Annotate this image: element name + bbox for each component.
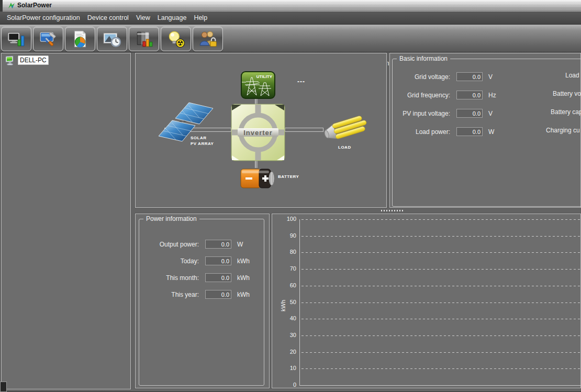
battery-voltage-label-fragment: Battery vo (553, 90, 581, 97)
y-tick-label: 20 (278, 349, 296, 355)
y-tick-label: 70 (278, 265, 296, 272)
gridline (301, 236, 580, 237)
monitor-chart-icon (7, 30, 26, 49)
y-tick-label: 80 (278, 249, 296, 255)
snapshot-button[interactable] (97, 27, 127, 51)
pv-input-voltage-unit: V (488, 110, 493, 117)
user-management-button[interactable] (193, 27, 223, 51)
menu-solarpower-configuration[interactable]: SolarPower configuration (3, 14, 84, 21)
gridline (301, 352, 580, 353)
data-log-button[interactable] (129, 27, 159, 51)
field-row-this-month: This month: kWh (139, 273, 250, 283)
load-power-input[interactable] (456, 127, 483, 136)
battery-icon (239, 167, 277, 190)
inverter-icon: Inverter (231, 104, 285, 161)
pv-input-voltage-input[interactable] (456, 109, 483, 118)
this-month-label: This month: (139, 274, 199, 282)
menu-device-control[interactable]: Device control (84, 14, 132, 21)
pv-input-voltage-label: PV input voltage: (393, 110, 450, 117)
solar-pv-array-label: SOLAR PV ARRAY (191, 135, 214, 147)
power-information-groupbox: Power information Output power: W Today:… (139, 219, 264, 386)
grid-frequency-label: Grid frequency: (393, 92, 450, 99)
this-year-label: This year: (139, 291, 199, 298)
charging-current-label-fragment: Charging cu (546, 127, 580, 134)
app-icon (8, 2, 16, 9)
output-power-input[interactable] (205, 240, 231, 249)
y-tick-label: 30 (278, 332, 296, 338)
y-tick-label: 50 (278, 299, 296, 305)
this-year-input[interactable] (205, 290, 231, 299)
window-bottom-edge (0, 390, 581, 392)
today-unit: kWh (237, 257, 250, 265)
grid-status-value: --- (297, 78, 305, 85)
report-button[interactable] (65, 27, 95, 51)
background-window-fragment (0, 382, 7, 392)
grid-voltage-input[interactable] (456, 72, 483, 81)
title-bar[interactable]: SolarPower (0, 0, 581, 12)
y-tick-label: 40 (278, 315, 296, 321)
utility-label: UTILITY (256, 74, 273, 79)
field-row-today: Today: kWh (139, 256, 250, 266)
toolbar: ☢ Guest Monitored device: --- System tim… (0, 25, 581, 52)
gridline (301, 286, 580, 286)
device-tree-panel: DELL-PC (1, 53, 131, 389)
device-settings-button[interactable] (33, 27, 63, 51)
load-label: LOAD (338, 144, 351, 150)
power-information-title: Power information (143, 215, 199, 222)
y-tick-label: 0 (278, 382, 296, 388)
tree-item-label[interactable]: DELL-PC (18, 55, 49, 65)
output-power-label: Output power: (139, 241, 199, 248)
load-bulb-icon (321, 111, 371, 143)
y-tick-label: 90 (278, 232, 296, 239)
gridline (301, 335, 580, 336)
menu-language[interactable]: Language (154, 14, 191, 21)
this-month-unit: kWh (237, 274, 250, 282)
monitor-overview-button[interactable] (1, 27, 31, 51)
this-month-input[interactable] (205, 273, 231, 282)
gridline (301, 303, 580, 303)
svg-text:☢: ☢ (177, 39, 183, 47)
chart-panel: kWh 0102030405060708090100 (272, 214, 581, 388)
today-input[interactable] (205, 256, 231, 265)
y-tick-label: 10 (278, 365, 296, 371)
books-chart-icon (135, 30, 153, 49)
gridline (301, 319, 580, 319)
menu-help[interactable]: Help (190, 14, 211, 21)
inverter-label: Inverter (243, 129, 273, 137)
load-percent-label-fragment: Load (565, 72, 579, 79)
field-row-load-power: Load power: W (393, 127, 494, 137)
field-row-grid-frequency: Grid frequency: Hz (393, 90, 496, 100)
load-power-label: Load power: (393, 128, 450, 136)
tree-item-dell-pc[interactable]: DELL-PC (5, 55, 49, 65)
utility-grid-icon: UTILITY (241, 71, 275, 99)
load-power-unit: W (488, 128, 494, 136)
window-title: SolarPower (17, 2, 52, 9)
grid-frequency-unit: Hz (488, 92, 496, 99)
this-year-unit: kWh (237, 291, 250, 298)
chart-x-axis (299, 385, 580, 386)
grid-voltage-label: Grid voltage: (393, 73, 450, 81)
gridline (301, 252, 580, 253)
y-tick-label: 60 (278, 282, 296, 288)
gridline (301, 368, 580, 369)
grid-voltage-unit: V (488, 73, 493, 81)
menu-bar: SolarPower configuration Device control … (0, 12, 581, 25)
field-row-output-power: Output power: W (139, 239, 243, 249)
gridline (301, 219, 580, 220)
image-clock-icon (103, 30, 121, 49)
horizontal-splitter-grip[interactable] (381, 210, 403, 211)
chart-y-axis (299, 219, 300, 386)
gridline (301, 269, 580, 270)
grid-frequency-input[interactable] (456, 91, 483, 99)
battery-label: BATTERY (278, 174, 299, 180)
menu-view[interactable]: View (132, 14, 154, 21)
event-alarm-button[interactable]: ☢ (161, 27, 191, 51)
basic-information-title: Basic information (397, 55, 450, 62)
output-power-unit: W (237, 241, 243, 248)
power-information-panel: Power information Output power: W Today:… (135, 214, 270, 388)
y-tick-label: 100 (278, 216, 296, 222)
system-diagram-panel: UTILITY --- Inverter (135, 53, 387, 208)
report-pie-icon (71, 30, 90, 49)
field-row-grid-voltage: Grid voltage: V (393, 72, 493, 82)
users-lock-icon (198, 30, 217, 49)
